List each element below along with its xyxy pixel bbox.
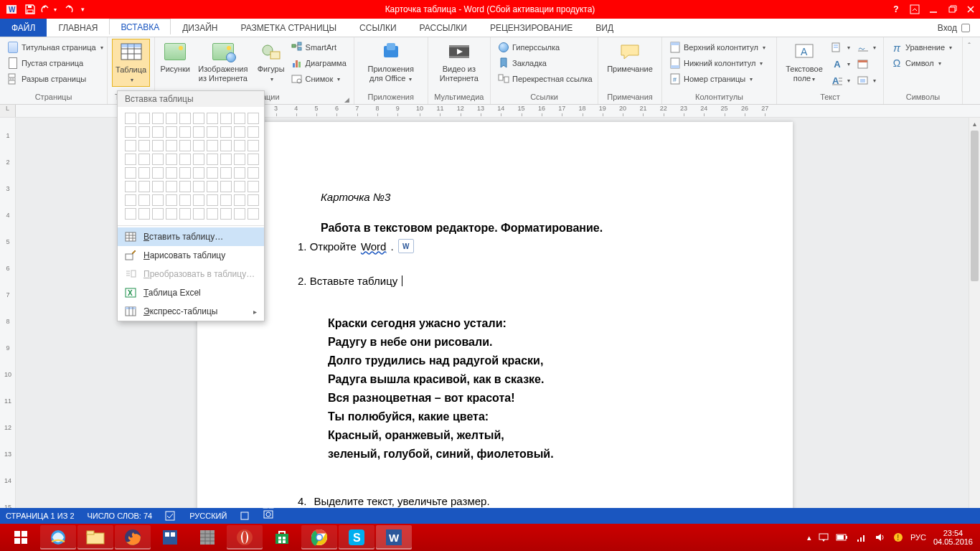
table-grid-cell[interactable] (179, 194, 191, 206)
table-grid-cell[interactable] (179, 208, 191, 220)
tab-review[interactable]: РЕЦЕНЗИРОВАНИЕ (479, 19, 584, 37)
table-grid-cell[interactable] (234, 167, 245, 179)
table-grid-cell[interactable] (248, 140, 259, 151)
status-spellcheck-icon[interactable] (165, 511, 176, 521)
web-layout-view-icon[interactable] (263, 509, 286, 519)
vertical-scrollbar[interactable]: ▴ ▾ (969, 118, 980, 535)
table-grid-cell[interactable] (152, 140, 164, 151)
tab-page-layout[interactable]: РАЗМЕТКА СТРАНИЦЫ (230, 19, 349, 37)
bookmark-button[interactable]: Закладка (495, 56, 595, 70)
taskbar-skype-icon[interactable]: S (339, 525, 374, 550)
table-grid-cell[interactable] (234, 194, 245, 206)
tray-action-center-icon[interactable] (819, 532, 829, 542)
table-grid-cell[interactable] (207, 208, 218, 220)
table-grid-cell[interactable] (152, 181, 164, 192)
table-grid-cell[interactable] (125, 126, 136, 138)
table-grid-cell[interactable] (220, 194, 232, 206)
table-grid-cell[interactable] (152, 194, 164, 206)
tray-security-icon[interactable]: ! (893, 532, 903, 542)
tray-battery-icon[interactable] (836, 533, 849, 542)
tray-show-hidden-icon[interactable]: ▴ (807, 533, 811, 542)
table-grid-cell[interactable] (220, 113, 232, 124)
taskbar-app1-icon[interactable] (189, 525, 225, 550)
table-grid-cell[interactable] (248, 194, 259, 206)
status-language[interactable]: РУССКИЙ (189, 512, 227, 520)
table-grid-cell[interactable] (234, 154, 245, 165)
restore-icon[interactable] (943, 0, 961, 19)
table-grid-cell[interactable] (193, 126, 204, 138)
taskbar-firefox-icon[interactable] (115, 525, 151, 550)
undo-icon[interactable]: ▾ (40, 1, 57, 17)
wordart-button[interactable]: A▾ (829, 57, 853, 71)
tab-mailings[interactable]: РАССЫЛКИ (408, 19, 479, 37)
document-page[interactable]: Карточка №3 Работа в текстовом редакторе… (197, 122, 793, 535)
taskbar-totalcmd-icon[interactable] (152, 525, 188, 550)
table-grid-cell[interactable] (166, 126, 177, 138)
table-grid-cell[interactable] (207, 113, 218, 124)
signature-line-button[interactable]: ▾ (854, 40, 879, 55)
table-grid-cell[interactable] (125, 113, 136, 124)
redo-icon[interactable] (59, 1, 76, 17)
table-grid-cell[interactable] (193, 113, 204, 124)
print-layout-view-icon[interactable] (263, 489, 286, 499)
table-grid-cell[interactable] (166, 208, 177, 220)
equation-button[interactable]: πУравнение▾ (888, 40, 955, 55)
table-grid-cell[interactable] (193, 154, 204, 165)
tab-design[interactable]: ДИЗАЙН (171, 19, 229, 37)
taskbar-explorer-icon[interactable] (77, 525, 113, 550)
table-grid-cell[interactable] (138, 154, 150, 165)
start-button[interactable] (3, 525, 39, 550)
taskbar-store-icon[interactable] (264, 525, 300, 550)
table-grid-cell[interactable] (248, 154, 259, 165)
table-grid-cell[interactable] (166, 113, 177, 124)
ribbon-display-options-icon[interactable] (905, 0, 924, 19)
table-grid-cell[interactable] (166, 154, 177, 165)
cover-page-button[interactable]: Титульная страница▾ (4, 40, 106, 55)
table-grid-cell[interactable] (152, 154, 164, 165)
qat-customize-icon[interactable]: ▾ (77, 1, 88, 17)
table-grid-cell[interactable] (166, 181, 177, 192)
table-grid-cell[interactable] (138, 113, 150, 124)
table-grid-cell[interactable] (220, 140, 232, 151)
table-grid-cell[interactable] (234, 113, 245, 124)
scrollbar-thumb[interactable] (971, 131, 979, 281)
table-grid-cell[interactable] (234, 208, 245, 220)
table-grid-cell[interactable] (193, 181, 204, 192)
table-grid-cell[interactable] (220, 167, 232, 179)
table-grid-cell[interactable] (234, 126, 245, 138)
online-video-button[interactable]: Видео из Интернета (433, 39, 486, 85)
table-grid-cell[interactable] (207, 167, 218, 179)
table-grid-cell[interactable] (152, 126, 164, 138)
table-size-grid[interactable] (118, 107, 264, 224)
status-macro-icon[interactable] (240, 511, 250, 521)
taskbar-ie-icon[interactable] (40, 525, 76, 550)
table-grid-cell[interactable] (125, 208, 136, 220)
table-grid-cell[interactable] (125, 154, 136, 165)
help-icon[interactable]: ? (887, 0, 905, 19)
collapse-ribbon-icon[interactable]: ˆ (963, 40, 976, 52)
page-break-button[interactable]: Разрыв страницы (4, 72, 106, 86)
blank-page-button[interactable]: Пустая страница (4, 56, 106, 70)
table-grid-cell[interactable] (179, 167, 191, 179)
table-grid-cell[interactable] (138, 208, 150, 220)
table-grid-cell[interactable] (166, 194, 177, 206)
table-grid-cell[interactable] (125, 194, 136, 206)
object-button[interactable]: ▾ (854, 73, 879, 88)
table-grid-cell[interactable] (125, 167, 136, 179)
word-app-icon[interactable]: W (3, 1, 20, 17)
table-grid-cell[interactable] (138, 140, 150, 151)
pictures-button[interactable]: Рисунки (159, 39, 191, 75)
dialog-launcher-icon[interactable]: ◢ (344, 96, 351, 103)
table-grid-cell[interactable] (138, 194, 150, 206)
tab-insert[interactable]: ВСТАВКА (109, 19, 171, 37)
table-grid-cell[interactable] (179, 126, 191, 138)
tab-references[interactable]: ССЫЛКИ (348, 19, 407, 37)
table-grid-cell[interactable] (248, 126, 259, 138)
taskbar-chrome-icon[interactable] (301, 525, 337, 550)
table-grid-cell[interactable] (193, 140, 204, 151)
footer-button[interactable]: Нижний колонтитул▾ (666, 56, 768, 70)
screenshot-button[interactable]: Снимок▾ (288, 72, 349, 86)
crossref-button[interactable]: Перекрестная ссылка (495, 72, 595, 86)
table-grid-cell[interactable] (152, 113, 164, 124)
chart-button[interactable]: Диаграмма (288, 56, 349, 70)
